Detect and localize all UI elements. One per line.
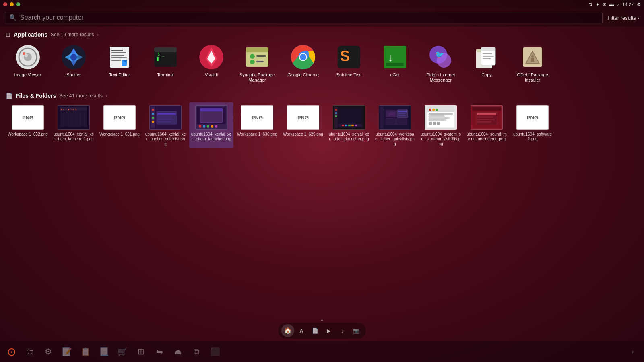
files-header: 📄 Files & Folders See 41 more results › (6, 93, 638, 99)
dock-right-arrow[interactable]: › (624, 343, 642, 360)
file-item-2[interactable]: PNG Workspace 1_631.png (97, 102, 142, 148)
app-item-image-viewer[interactable]: Image Viewer (6, 41, 50, 84)
svg-rect-88 (348, 125, 351, 126)
uget-icon: ↓ (382, 44, 408, 70)
synaptic-icon (244, 44, 270, 70)
svg-point-81 (335, 109, 337, 111)
app-item-vivaldi[interactable]: Vivaldi (189, 41, 233, 84)
see-more-apps[interactable]: See 19 more results (51, 32, 94, 37)
file-item-0[interactable]: PNG Workspace 1_632.png (6, 102, 50, 148)
file-item-8[interactable]: ubuntu1604_workspac...itcher_quicklists.… (373, 102, 417, 148)
svg-rect-40 (481, 47, 495, 51)
app-item-terminal[interactable]: $ _ ▌ Terminal (143, 41, 188, 84)
dock-notes1[interactable]: 📝 (58, 343, 76, 360)
app-item-uget[interactable]: ↓ uGet (373, 41, 417, 84)
svg-rect-120 (477, 116, 493, 118)
file-item-9[interactable]: ubuntu1604_system_se...s_menu_visibility… (419, 102, 463, 148)
svg-point-28 (300, 54, 306, 60)
app-label-uget: uGet (390, 72, 400, 78)
svg-rect-121 (477, 119, 495, 120)
dock: ⊙ 🗂 ⚙ 📝 📋 📃 🛒 ⊞ ⇋ ⏏ ⧉ ⬛ › (0, 341, 644, 362)
file-item-7[interactable]: ubuntu1604_xenial_xer...ottom_launcher.p… (327, 102, 371, 148)
app-item-copy[interactable]: Copy (464, 41, 509, 84)
svg-rect-69 (157, 121, 171, 123)
svg-point-73 (203, 125, 205, 128)
dock-ubuntu-icon[interactable]: ⊙ (2, 343, 20, 360)
app-item-text-editor[interactable]: Text Editor (97, 41, 142, 84)
svg-point-107 (432, 109, 435, 111)
files-section: 📄 Files & Folders See 41 more results › … (0, 90, 644, 150)
filter-apps[interactable]: A (295, 324, 308, 337)
svg-rect-86 (342, 125, 344, 126)
file-item-11[interactable]: PNG ubuntu1604_software2.png (510, 102, 555, 148)
filter-photos[interactable]: 📷 (350, 324, 363, 337)
applications-icon: ⊞ (6, 31, 10, 38)
pidgin-icon: 🐦 (428, 44, 454, 70)
file-item-5[interactable]: PNG Workspace 1_630.png (235, 102, 279, 148)
app-label-vivaldi: Vivaldi (205, 72, 218, 78)
file-thumb-2: PNG (103, 105, 136, 130)
dock-settings[interactable]: ⚙ (39, 343, 57, 360)
file-thumb-10 (471, 105, 503, 130)
file-label-2: Workspace 1_631.png (99, 132, 140, 137)
file-item-1[interactable]: S M T W T F S ubuntu1604_xenial_xer...tt… (52, 102, 96, 148)
filter-results-button[interactable]: Filter results › (607, 15, 639, 21)
app-item-pidgin[interactable]: 🐦 Pidgin Internet Messenger (419, 41, 463, 84)
dock-file-manager[interactable]: 🗂 (21, 343, 39, 360)
file-item-3[interactable]: ubuntu1604_xenial_xer...uncher_quicklist… (143, 102, 188, 148)
app-item-sublime[interactable]: S Sublime Text (327, 41, 371, 84)
file-thumb-5: PNG (241, 105, 273, 130)
svg-rect-47 (531, 58, 534, 62)
dock-stack[interactable]: ⧉ (188, 343, 205, 360)
svg-rect-98 (388, 112, 395, 115)
file-label-5: Workspace 1_630.png (237, 132, 277, 137)
clock: 14:27 (622, 2, 634, 7)
shutter-icon (61, 44, 87, 70)
app-item-shutter[interactable]: Shutter (52, 41, 96, 84)
svg-rect-25 (256, 61, 264, 62)
app-item-synaptic[interactable]: Synaptic Package Manager (235, 41, 279, 84)
dock-notes2[interactable]: 📋 (76, 343, 94, 360)
see-more-files[interactable]: See 41 more results (59, 93, 102, 99)
svg-text:▌: ▌ (157, 57, 159, 62)
svg-point-62 (152, 113, 154, 115)
svg-point-6 (70, 54, 77, 60)
search-input[interactable] (20, 14, 598, 21)
file-label-6: Workspace 1_629.png (283, 132, 323, 137)
topbar: ⇅ ✦ ✉ ▬ ♪ 14:27 ⚙ (0, 0, 644, 9)
svg-rect-96 (386, 119, 396, 125)
app-item-gdebi[interactable]: GDebi Package Installer (510, 41, 555, 84)
chrome-icon (290, 44, 316, 70)
gdebi-icon (520, 44, 545, 70)
filter-files[interactable]: 📄 (309, 324, 322, 337)
filter-media[interactable]: ▶ (322, 324, 335, 337)
app-item-chrome[interactable]: Google Chrome (281, 41, 325, 84)
svg-rect-4 (23, 52, 25, 55)
dock-amazon[interactable]: 🛒 (114, 343, 131, 360)
dock-notes3[interactable]: 📃 (95, 343, 113, 360)
file-item-10[interactable]: ubuntu1604_sound_me nu_uncluttered.png (464, 102, 509, 148)
file-thumb-0: PNG (12, 105, 44, 130)
svg-point-64 (152, 121, 154, 123)
app-label-sublime: Sublime Text (336, 72, 362, 78)
filter-home[interactable]: 🏠 (281, 324, 294, 337)
bottom-filter-bar: 🏠 A 📄 ▶ ♪ 📷 (278, 323, 366, 339)
dock-expand[interactable]: › (624, 343, 642, 360)
file-item-4[interactable]: ubuntu1604_xenial_xer...ottom_launcher.p… (189, 102, 233, 148)
dock-usb[interactable]: ⏏ (169, 343, 187, 360)
svg-rect-87 (345, 125, 347, 126)
svg-rect-100 (398, 111, 407, 112)
file-label-11: ubuntu1604_software2.png (512, 132, 553, 142)
app-label-chrome: Google Chrome (287, 72, 319, 78)
svg-rect-110 (429, 115, 445, 117)
dot-green (16, 2, 20, 6)
file-item-6[interactable]: PNG Workspace 1_629.png (281, 102, 325, 148)
search-input-wrap[interactable]: 🔍 (5, 12, 603, 23)
dock-extras[interactable]: ⇋ (151, 343, 168, 360)
dock-apps[interactable]: ⊞ (132, 343, 150, 360)
filter-music[interactable]: ♪ (336, 324, 349, 337)
file-thumb-9 (425, 105, 457, 130)
dock-launcher[interactable]: ⬛ (206, 343, 224, 360)
svg-rect-92 (380, 107, 384, 128)
network-icon: ⇅ (589, 2, 592, 7)
